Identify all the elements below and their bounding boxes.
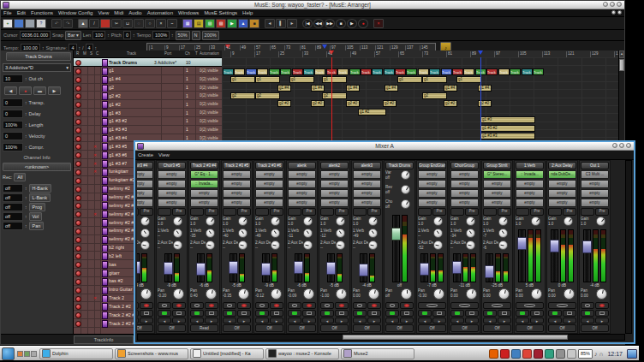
effect-slot[interactable]: G* Eq - 1... [190,170,218,179]
midi-part-small[interactable]: Track [486,68,498,75]
track-row[interactable]: ✕ g1 #3 #2 1 0(2) visible [74,117,222,126]
effect-slot[interactable]: empty [255,199,283,207]
mute-button[interactable] [450,302,479,309]
route-button[interactable] [516,208,529,216]
automation-mode-button[interactable]: Off [418,324,446,332]
midi-part-small[interactable]: Track [441,68,452,75]
pre-button[interactable]: Pre [530,208,544,216]
automation-mode-button[interactable]: Off [385,324,414,332]
pre-button[interactable]: Pre [270,208,283,216]
list-editor-button[interactable]: ▤ [194,19,204,28]
record-arm-dot[interactable] [75,187,81,193]
tray-a-icon[interactable] [534,349,543,359]
effect-slot[interactable]: empty [288,189,316,198]
property-spinner[interactable]: ↕ [25,145,27,150]
mute-button[interactable] [483,302,511,309]
aux1-send-knob[interactable] [238,228,247,238]
record-arm-dot[interactable] [75,237,81,243]
automation-mode-button[interactable]: Off [483,324,511,332]
pre-button[interactable]: Pre [172,208,186,216]
track-row[interactable]: ✕ g2 1 0(2) visible [74,84,222,92]
record-arm-dot[interactable] [75,68,81,74]
midi-part[interactable]: g1 #4 [346,85,360,92]
route-button[interactable] [223,208,236,216]
pencil-tool-button[interactable]: / [89,19,99,28]
volume-fader[interactable] [392,215,400,282]
effect-slot[interactable]: empty [581,180,609,188]
midi-part[interactable]: g2 [230,92,255,99]
strip-name-button[interactable]: Track 2 #3 #5 [223,162,251,169]
out-channel-value[interactable]: 10 [3,74,23,83]
track-channel[interactable]: 1 [186,68,188,73]
pager-desktop-2[interactable] [24,351,30,357]
output-route-button[interactable]: ▸ [432,317,446,323]
automation-mode-button[interactable]: Off [137,324,153,332]
trackinfo-tab[interactable]: TrackInfo [74,335,134,344]
zoom-200-button[interactable]: 200% [202,31,219,40]
midi-part-small[interactable]: Track [452,68,463,75]
route-button[interactable] [320,208,334,216]
mute-button[interactable] [516,302,544,309]
midi-property-button[interactable]: H-Bank [29,184,51,193]
menu-item[interactable]: Windows [176,9,201,16]
battery-indicator[interactable]: 85% [578,349,593,359]
midi-part-small[interactable]: Track [510,68,521,75]
pan-knob[interactable] [498,288,510,300]
effect-slot[interactable]: G* Stereo... [483,170,511,179]
var-send-knob[interactable] [401,170,410,180]
pager-desktop-3[interactable] [31,351,37,357]
aux2-send-knob[interactable] [433,240,443,250]
muted-speaker-icon[interactable]: ✕ [93,295,97,300]
network-icon[interactable]: ∩ [599,350,603,358]
range-tool-button[interactable]: ◌ [134,19,144,28]
effect-slot[interactable]: empty [516,189,544,198]
right-locator-marker[interactable] [322,45,327,49]
midi-part-small[interactable]: Track [522,68,533,75]
midi-part[interactable]: g2 #2 [444,100,457,107]
gain-knob[interactable] [564,217,573,226]
midi-part[interactable]: g1 #3 #2 [480,125,535,132]
effect-slot[interactable]: empty [137,170,153,179]
mixer-menu-item[interactable]: Create [135,151,156,158]
maximize-button[interactable] [619,143,624,148]
panic-button[interactable]: × [373,19,384,28]
sig-num-spinner[interactable]: ↕ [79,45,81,50]
stereo-toggle-button[interactable] [302,310,316,317]
gain-knob[interactable] [238,217,247,226]
aux1-send-knob[interactable] [303,228,313,238]
record-arm-dot[interactable] [75,152,81,158]
midi-part-small[interactable]: Track [292,68,303,75]
pan-knob[interactable] [140,288,152,300]
monitor-speaker-icon[interactable] [581,310,594,317]
aux2-send-knob[interactable] [173,240,182,250]
record-arm-dot[interactable] [75,86,81,92]
muted-speaker-icon[interactable]: ✕ [93,211,97,217]
pre-button[interactable]: Pre [563,208,576,216]
stereo-toggle-button[interactable] [205,310,218,317]
cutter-tool-button[interactable]: ✂ [111,19,122,28]
tray-cut-icon[interactable] [567,349,576,359]
automation-mode-button[interactable]: Off [516,324,544,332]
pan-knob[interactable] [303,288,314,300]
track-row[interactable]: ✕ g2 #2 1 0(2) visible [74,92,222,100]
track-channel[interactable]: 1 [186,110,188,116]
record-arm-dot[interactable] [75,279,81,285]
midi-part[interactable]: g2 #2 [277,100,291,107]
effect-slot[interactable]: empty [223,180,251,188]
record-arm-dot[interactable] [75,110,81,116]
aux2-send-knob[interactable] [466,240,475,250]
track-automation[interactable]: 0(2) visible [200,110,221,115]
property-value[interactable]: 0 [3,98,23,107]
route-button[interactable] [288,208,301,216]
effect-slot[interactable]: empty [548,180,576,188]
effect-slot[interactable]: empty [255,180,283,188]
pan-knob[interactable] [531,288,542,300]
stop-button[interactable]: ■ [336,19,346,28]
pre-button[interactable]: Pre [205,208,218,216]
aux1-send-knob[interactable] [433,228,443,238]
record-arm-dot[interactable] [75,161,81,167]
maximize-button[interactable] [610,2,615,7]
aux1-send-knob[interactable] [466,228,475,238]
effect-slot[interactable]: :: Invada... [190,180,218,188]
volume-fader[interactable] [583,229,591,282]
